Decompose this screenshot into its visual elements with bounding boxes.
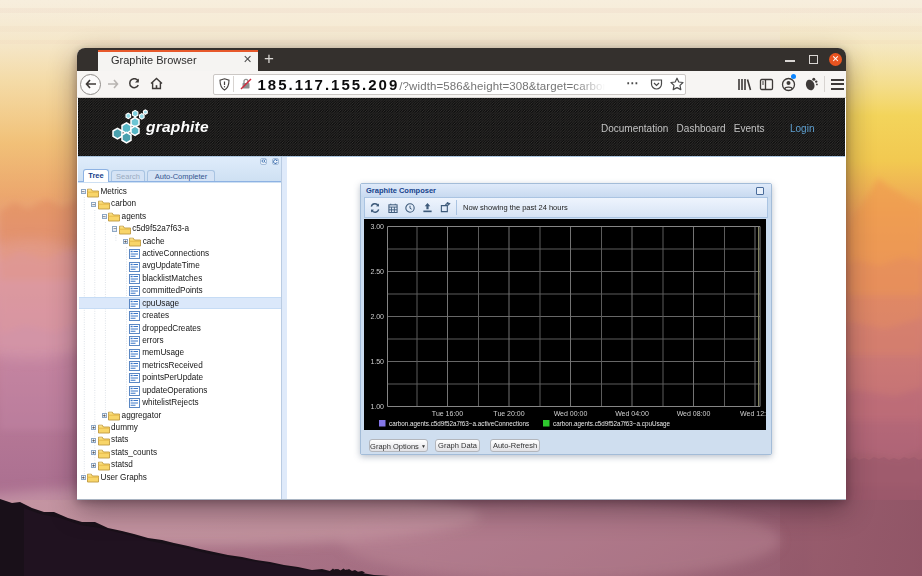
svg-text:Wed 04:00: Wed 04:00: [615, 410, 649, 417]
svg-text:Tue 16:00: Tue 16:00: [432, 410, 463, 417]
svg-text:Wed 08:00: Wed 08:00: [677, 410, 711, 417]
svg-text:Wed 00:00: Wed 00:00: [554, 410, 588, 417]
svg-text:1.00: 1.00: [370, 403, 384, 410]
svg-text:carbon.agents.c5d9f52a7f63−a.c: carbon.agents.c5d9f52a7f63−a.cpuUsage: [553, 420, 671, 428]
svg-text:2.50: 2.50: [370, 268, 384, 275]
svg-text:Wed 12:0: Wed 12:0: [740, 410, 766, 417]
svg-text:3.00: 3.00: [370, 223, 384, 230]
svg-text:2.00: 2.00: [370, 313, 384, 320]
svg-text:1.50: 1.50: [370, 358, 384, 365]
svg-text:Tue 20:00: Tue 20:00: [493, 410, 524, 417]
svg-text:carbon.agents.c5d9f52a7f63−a.a: carbon.agents.c5d9f52a7f63−a.activeConne…: [389, 420, 529, 428]
